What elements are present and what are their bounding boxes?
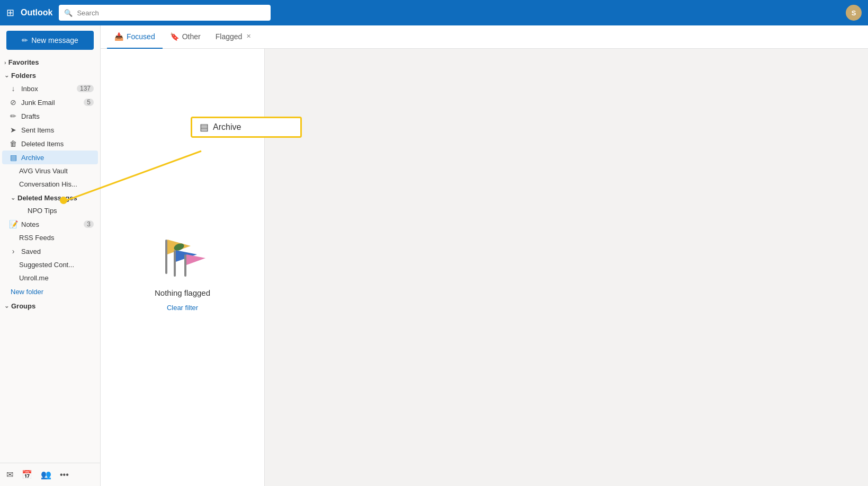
search-input[interactable] (77, 9, 265, 17)
focused-tab-icon: 📥 (114, 32, 123, 41)
junk-count: 5 (84, 99, 94, 106)
mail-bottom-icon[interactable]: ✉ (4, 467, 15, 482)
sidebar-item-archive[interactable]: ▤ Archive (2, 151, 98, 164)
tabs-bar: 📥 Focused 🔖 Other Flagged ✕ (101, 25, 868, 49)
svg-rect-5 (184, 254, 186, 277)
tab-flagged[interactable]: Flagged ✕ (208, 25, 259, 49)
search-bar[interactable]: 🔍 (59, 5, 271, 21)
nothing-flagged-text: Nothing flagged (155, 288, 210, 297)
sidebar-item-convhis[interactable]: Conversation His... (2, 178, 98, 191)
junk-icon: ⊘ (8, 98, 18, 107)
deleted-label: Deleted Items (21, 140, 94, 148)
svg-rect-3 (174, 250, 176, 277)
rss-label: RSS Feeds (19, 234, 54, 242)
flagged-tab-label: Flagged (216, 32, 243, 41)
sidebar-item-npo[interactable]: NPO Tips (2, 204, 98, 217)
svg-rect-0 (165, 240, 167, 274)
app-body: ✏ New message › Favorites ⌄ Folders ↓ In… (0, 25, 868, 486)
chevron-right-icon: › (4, 59, 6, 66)
new-folder-link[interactable]: New folder (0, 285, 100, 299)
grid-icon[interactable]: ⊞ (6, 7, 14, 19)
topbar: ⊞ Outlook 🔍 S (0, 0, 868, 25)
other-tab-icon: 🔖 (170, 32, 179, 41)
groups-label: Groups (11, 302, 35, 310)
notes-count: 3 (84, 220, 94, 228)
deleted-icon: 🗑 (8, 139, 18, 148)
sidebar-item-rss[interactable]: RSS Feeds (2, 231, 98, 244)
content-area: 📥 Focused 🔖 Other Flagged ✕ (101, 25, 868, 486)
sidebar-section-folders[interactable]: ⌄ Folders (0, 68, 100, 82)
saved-label: Saved (21, 248, 94, 255)
drafts-icon: ✏ (8, 112, 18, 120)
unroll-label: Unroll.me (19, 274, 49, 282)
folders-label: Folders (11, 72, 36, 79)
saved-icon: › (8, 247, 18, 255)
inbox-label: Inbox (21, 85, 74, 93)
sent-label: Sent Items (21, 126, 94, 134)
sidebar-item-drafts[interactable]: ✏ Drafts (2, 109, 98, 123)
avatar[interactable]: S (846, 5, 862, 21)
archive-sidebar-icon: ▤ (8, 153, 18, 162)
mail-list-panel: Nothing flagged Clear filter (101, 49, 265, 486)
sidebar-section-groups[interactable]: ⌄ Groups (0, 299, 100, 312)
new-message-button[interactable]: ✏ New message (6, 31, 94, 50)
chevron-down-icon-2: ⌄ (11, 195, 15, 201)
sidebar-section-favorites[interactable]: › Favorites (0, 55, 100, 68)
deletedmsg-label: Deleted Messages (17, 194, 77, 202)
tab-other[interactable]: 🔖 Other (163, 25, 208, 49)
more-bottom-icon[interactable]: ••• (58, 468, 71, 482)
people-bottom-icon[interactable]: 👥 (39, 467, 53, 482)
archive-label: Archive (21, 154, 94, 162)
notes-label: Notes (21, 220, 80, 228)
sidebar-item-inbox[interactable]: ↓ Inbox 137 (2, 82, 98, 95)
sidebar-item-junk[interactable]: ⊘ Junk Email 5 (2, 95, 98, 109)
app-logo: Outlook (21, 8, 52, 17)
chevron-down-icon: ⌄ (4, 72, 9, 79)
flags-illustration (154, 224, 212, 282)
sidebar-item-suggested[interactable]: Suggested Cont... (2, 258, 98, 271)
chevron-down-icon-3: ⌄ (4, 303, 9, 310)
inbox-icon: ↓ (8, 84, 18, 93)
clear-filter-link[interactable]: Clear filter (167, 304, 198, 312)
flagged-tab-close[interactable]: ✕ (246, 33, 251, 40)
sidebar-item-deletedmsg[interactable]: ⌄ Deleted Messages (0, 191, 100, 204)
sidebar-item-saved[interactable]: › Saved (2, 244, 98, 258)
drafts-label: Drafts (21, 112, 94, 120)
npo-label: NPO Tips (28, 207, 57, 215)
nothing-flagged-area: Nothing flagged Clear filter (143, 213, 222, 322)
mail-content-row: Nothing flagged Clear filter (101, 49, 868, 486)
new-message-label: New message (31, 36, 78, 45)
favorites-label: Favorites (8, 58, 39, 66)
reading-pane (265, 49, 868, 486)
sidebar: ✏ New message › Favorites ⌄ Folders ↓ In… (0, 25, 101, 486)
sidebar-item-sent[interactable]: ➤ Sent Items (2, 123, 98, 137)
sidebar-bottom-nav: ✉ 📅 👥 ••• (0, 463, 100, 486)
inbox-count: 137 (77, 85, 94, 92)
junk-label: Junk Email (21, 99, 80, 107)
other-tab-label: Other (182, 32, 201, 41)
notes-icon: 📝 (8, 220, 18, 228)
avg-label: AVG Virus Vault (19, 167, 68, 175)
svg-marker-6 (186, 254, 205, 265)
sidebar-item-notes[interactable]: 📝 Notes 3 (2, 217, 98, 231)
sidebar-item-avg[interactable]: AVG Virus Vault (2, 164, 98, 178)
new-folder-label: New folder (11, 288, 43, 296)
calendar-bottom-icon[interactable]: 📅 (20, 467, 34, 482)
tab-focused[interactable]: 📥 Focused (107, 25, 163, 49)
sidebar-item-unroll[interactable]: Unroll.me (2, 271, 98, 285)
search-icon: 🔍 (64, 9, 73, 17)
compose-icon: ✏ (22, 36, 28, 45)
suggested-label: Suggested Cont... (19, 261, 74, 269)
sidebar-item-deleted[interactable]: 🗑 Deleted Items (2, 137, 98, 151)
sent-icon: ➤ (8, 126, 18, 134)
focused-tab-label: Focused (127, 32, 155, 41)
convhis-label: Conversation His... (19, 180, 77, 188)
